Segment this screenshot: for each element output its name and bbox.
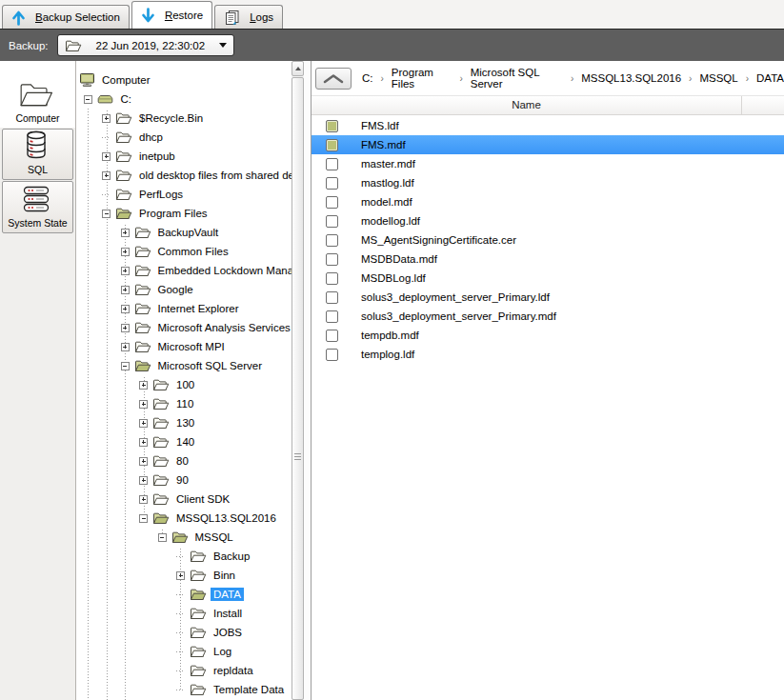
file-row-templog-ldf[interactable]: templog.ldf: [312, 345, 784, 364]
expand-toggle-icon[interactable]: [102, 114, 111, 123]
tree-item-microsoft-sql-server[interactable]: Microsoft SQL Server: [76, 356, 291, 375]
file-checkbox[interactable]: [326, 291, 338, 304]
tree-item-client-sdk[interactable]: Client SDK: [76, 490, 291, 509]
expand-toggle-icon[interactable]: [102, 152, 111, 161]
file-checkbox[interactable]: [326, 310, 338, 323]
column-header-name[interactable]: Name: [312, 96, 742, 114]
tree-item-log[interactable]: Log: [76, 642, 291, 661]
file-checkbox[interactable]: [326, 272, 338, 285]
tree-item-label[interactable]: Program Files: [136, 207, 211, 220]
file-checkbox[interactable]: [326, 330, 338, 342]
breadcrumb-segment-program-files[interactable]: Program Files: [392, 67, 452, 90]
tree-item-90[interactable]: 90: [76, 470, 291, 490]
breadcrumb-segment-microsoft-sql-server[interactable]: Microsoft SQL Server: [471, 67, 563, 90]
scroll-up-button[interactable]: [291, 61, 304, 76]
tree-item-program-files[interactable]: Program Files: [76, 204, 291, 223]
collapse-toggle-icon[interactable]: [139, 514, 148, 523]
tree-item-jobs[interactable]: JOBS: [76, 623, 291, 642]
tree-item-dhcp[interactable]: dhcp: [76, 128, 291, 147]
tree-item-label[interactable]: Google: [155, 283, 196, 296]
tree-item-template-data[interactable]: Template Data: [76, 680, 291, 699]
tree-item-label[interactable]: Log: [211, 645, 234, 658]
expand-toggle-icon[interactable]: [121, 286, 130, 294]
tree-item-label[interactable]: Common Files: [155, 245, 231, 258]
sidebar-item-computer[interactable]: Computer: [0, 61, 75, 128]
file-row-modellog-ldf[interactable]: modellog.ldf: [312, 211, 784, 230]
tab-logs[interactable]: Logs: [214, 5, 283, 29]
file-row-solus3-deployment-server-primary-mdf[interactable]: solus3_deployment_server_Primary.mdf: [312, 307, 784, 326]
tree-item-label[interactable]: BackupVault: [155, 226, 222, 239]
expand-toggle-icon[interactable]: [139, 457, 148, 466]
sidebar-item-sql[interactable]: SQL: [2, 129, 73, 180]
tree-item-label[interactable]: Backup: [211, 550, 252, 563]
file-row-tempdb-mdf[interactable]: tempdb.mdf: [312, 326, 784, 345]
expand-toggle-icon[interactable]: [121, 324, 130, 332]
tree-item-label[interactable]: Microsoft SQL Server: [155, 359, 266, 372]
tree-item-computer[interactable]: Computer: [76, 70, 291, 90]
tree-item-label[interactable]: inetpub: [136, 150, 178, 163]
file-checkbox[interactable]: [326, 177, 338, 190]
tree-item-label[interactable]: PerfLogs: [136, 188, 186, 201]
breadcrumb-segment-mssql13-sql2016[interactable]: MSSQL13.SQL2016: [581, 72, 681, 84]
tree-item-label[interactable]: MSSQL13.SQL2016: [173, 511, 279, 525]
file-checkbox[interactable]: [326, 215, 338, 228]
tree-item-label[interactable]: old desktop files from shared des: [136, 169, 291, 182]
expand-toggle-icon[interactable]: [139, 381, 148, 390]
tree-item-internet-explorer[interactable]: Internet Explorer: [76, 299, 291, 318]
tree-item-label[interactable]: 90: [173, 473, 191, 487]
collapse-toggle-icon[interactable]: [84, 95, 92, 104]
panel-splitter[interactable]: [304, 61, 311, 700]
file-row-ms-agentsigningcertificate-cer[interactable]: MS_AgentSigningCertificate.cer: [312, 230, 784, 250]
tree-item-backupvault[interactable]: BackupVault: [76, 223, 291, 242]
tree-item-label[interactable]: 80: [173, 454, 191, 468]
expand-toggle-icon[interactable]: [121, 343, 130, 351]
tree-item-label[interactable]: Microsoft Analysis Services: [155, 321, 292, 334]
file-row-mastlog-ldf[interactable]: mastlog.ldf: [312, 173, 784, 192]
file-row-fms-ldf[interactable]: FMS.ldf: [312, 116, 784, 135]
tree-item-label[interactable]: JOBS: [211, 626, 245, 639]
tree-item-80[interactable]: 80: [76, 451, 291, 470]
tree-item-recycle-bin[interactable]: $Recycle.Bin: [76, 109, 291, 128]
file-checkbox[interactable]: [326, 349, 338, 361]
tree-item-repldata[interactable]: repldata: [76, 661, 291, 680]
tree-item-microsoft-analysis-services[interactable]: Microsoft Analysis Services: [76, 318, 291, 337]
tab-restore[interactable]: Restore: [131, 1, 212, 29]
expand-toggle-icon[interactable]: [139, 438, 148, 447]
tree-item-label[interactable]: 130: [173, 416, 197, 430]
tree-item-label[interactable]: Embedded Lockdown Manager: [155, 264, 292, 277]
file-checkbox[interactable]: [326, 234, 338, 247]
tree-item-label[interactable]: Computer: [99, 73, 153, 87]
tree-item-label[interactable]: Microsoft MPI: [155, 340, 228, 353]
expand-toggle-icon[interactable]: [139, 495, 148, 504]
tree-item-old-desktop-files-from-shared-des[interactable]: old desktop files from shared des: [76, 166, 291, 185]
file-row-msdbdata-mdf[interactable]: MSDBData.mdf: [312, 250, 784, 269]
expand-toggle-icon[interactable]: [121, 267, 130, 275]
tree-item-data[interactable]: DATA: [76, 585, 291, 604]
tree-item-130[interactable]: 130: [76, 413, 291, 432]
file-row-master-mdf[interactable]: master.mdf: [312, 154, 784, 173]
collapse-toggle-icon[interactable]: [158, 533, 167, 542]
expand-toggle-icon[interactable]: [121, 229, 130, 237]
tree-item-google[interactable]: Google: [76, 280, 291, 299]
tree-item-label[interactable]: C:: [118, 92, 135, 106]
up-button[interactable]: [315, 68, 352, 90]
breadcrumb-segment-mssql[interactable]: MSSQL: [699, 72, 737, 84]
tree-item-embedded-lockdown-manager[interactable]: Embedded Lockdown Manager: [76, 261, 291, 280]
tree-item-label[interactable]: 140: [173, 435, 197, 449]
expand-toggle-icon[interactable]: [139, 400, 148, 409]
expand-toggle-icon[interactable]: [176, 571, 185, 580]
tree-item-backup[interactable]: Backup: [76, 547, 291, 566]
tree-item-c[interactable]: C:: [76, 90, 291, 109]
tree-item-label[interactable]: Template Data: [211, 683, 287, 696]
tree-item-mssql13-sql2016[interactable]: MSSQL13.SQL2016: [76, 509, 291, 528]
file-row-fms-mdf[interactable]: FMS.mdf: [312, 135, 784, 154]
tree-item-label[interactable]: DATA: [211, 588, 244, 601]
tree-item-label[interactable]: 100: [173, 378, 197, 391]
tree-item-label[interactable]: repldata: [211, 664, 256, 677]
backup-combobox[interactable]: 22 Jun 2019, 22:30:02: [57, 34, 234, 56]
tree-item-label[interactable]: Internet Explorer: [155, 302, 242, 315]
tree-item-install[interactable]: Install: [76, 604, 291, 623]
expand-toggle-icon[interactable]: [121, 248, 130, 256]
file-checkbox[interactable]: [326, 253, 338, 266]
expand-toggle-icon[interactable]: [102, 171, 111, 180]
